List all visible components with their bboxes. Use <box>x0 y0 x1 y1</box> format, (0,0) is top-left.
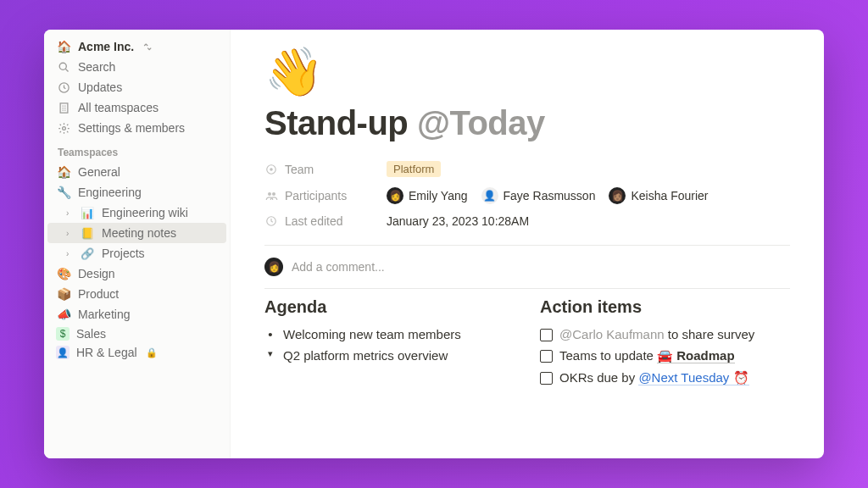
checkbox[interactable] <box>540 329 553 341</box>
teamspace-label: Marketing <box>78 308 130 321</box>
package-icon: 📦 <box>56 286 71 302</box>
nav-search[interactable]: Search <box>47 57 226 77</box>
title-text: Stand-up <box>264 104 417 141</box>
agenda-item-toggle[interactable]: ▾ Q2 platform metrics overview <box>264 345 515 366</box>
chart-icon: 📊 <box>80 205 95 220</box>
property-last-edited[interactable]: Last edited January 23, 2023 10:28AM <box>264 209 790 233</box>
teamspace-design[interactable]: 🎨 Design <box>47 263 226 284</box>
add-comment[interactable]: 👩 Add a comment... <box>264 254 790 288</box>
teamspace-label: Design <box>78 267 115 280</box>
participant[interactable]: 👤 Faye Rasmusson <box>481 187 596 204</box>
property-label: Participants <box>285 189 347 202</box>
property-participants[interactable]: Participants 👩 Emily Yang 👤 Faye Rasmuss… <box>264 182 790 209</box>
todo-text: to share survey <box>665 327 755 341</box>
person-mention[interactable]: @Carlo Kaufmann <box>559 327 665 341</box>
property-team[interactable]: Team Platform <box>264 156 790 182</box>
svg-point-0 <box>59 63 66 69</box>
team-tag[interactable]: Platform <box>387 161 441 177</box>
todo-item[interactable]: OKRs due by @Next Tuesday ⏰ <box>540 367 790 389</box>
property-label: Last edited <box>285 214 343 228</box>
nav-updates[interactable]: Updates <box>47 77 226 97</box>
sidebar-item-engineering-wiki[interactable]: › 📊 Engineering wiki <box>47 202 226 223</box>
svg-point-4 <box>62 126 65 130</box>
checkbox[interactable] <box>540 372 553 385</box>
chevron-right-icon: › <box>66 249 75 258</box>
teamspace-marketing[interactable]: 📣 Marketing <box>47 304 226 324</box>
page-title[interactable]: Stand-up @Today <box>264 104 790 142</box>
notebook-icon: 📒 <box>80 225 95 241</box>
clock-icon <box>56 80 71 95</box>
nav-label: Search <box>78 60 115 74</box>
participant[interactable]: 👩🏽 Keisha Fourier <box>609 187 708 204</box>
date-mention[interactable]: @Next Tuesday ⏰ <box>638 370 748 385</box>
action-items-heading[interactable]: Action items <box>540 297 790 317</box>
property-label: Team <box>285 163 314 176</box>
chevron-right-icon: › <box>66 208 75 218</box>
participant-name: Emily Yang <box>409 189 468 202</box>
todo-text: OKRs due by <box>559 370 638 385</box>
sidebar-item-label: Meeting notes <box>102 226 176 240</box>
teamspace-sales[interactable]: $ Sales <box>47 324 226 343</box>
action-items-column: Action items @Carlo Kaufmann to share su… <box>540 297 790 389</box>
avatar: 👤 <box>481 187 498 204</box>
todo-text: Teams to update <box>559 348 657 363</box>
workspace-name: Acme Inc. <box>78 40 134 53</box>
dollar-icon: $ <box>56 327 70 341</box>
sidebar-item-label: Engineering wiki <box>102 206 188 219</box>
nav-settings[interactable]: Settings & members <box>47 118 226 138</box>
workspace-switcher[interactable]: 🏠 Acme Inc. ⌃⌄ <box>47 36 226 57</box>
svg-rect-3 <box>60 103 68 112</box>
link-text: Roadmap <box>673 348 735 363</box>
sidebar-item-label: Projects <box>102 247 145 260</box>
agenda-item[interactable]: • Welcoming new team members <box>264 324 515 345</box>
svg-point-6 <box>270 168 272 169</box>
link-icon: 🔗 <box>80 246 95 261</box>
teamspace-general[interactable]: 🏠 General <box>47 162 226 182</box>
agenda-heading[interactable]: Agenda <box>264 297 515 317</box>
app-window: 🏠 Acme Inc. ⌃⌄ Search Updates <box>44 30 824 458</box>
checkbox[interactable] <box>540 350 553 363</box>
participant[interactable]: 👩 Emily Yang <box>387 187 468 204</box>
todo-item[interactable]: Teams to update 🚘 Roadmap <box>540 345 790 367</box>
nav-all-teamspaces[interactable]: All teamspaces <box>47 97 226 118</box>
sidebar-item-meeting-notes[interactable]: › 📒 Meeting notes <box>47 223 226 243</box>
participant-name: Faye Rasmusson <box>504 189 596 202</box>
avatar: 👩🏽 <box>609 187 626 204</box>
chevron-right-icon: › <box>66 229 75 238</box>
svg-point-8 <box>272 192 275 196</box>
last-edited-value: January 23, 2023 10:28AM <box>387 214 529 228</box>
megaphone-icon: 📣 <box>56 307 71 322</box>
todo-item[interactable]: @Carlo Kaufmann to share survey <box>540 324 790 345</box>
teamspace-label: General <box>78 165 120 179</box>
teamspace-label: Product <box>78 287 119 301</box>
svg-point-7 <box>268 192 271 196</box>
search-icon <box>56 59 71 75</box>
title-date-mention[interactable]: @Today <box>417 104 545 141</box>
teamspace-label: HR & Legal <box>76 346 137 359</box>
content-columns: Agenda • Welcoming new team members ▾ Q2… <box>264 297 790 389</box>
house-icon: 🏠 <box>56 164 71 180</box>
page-properties: Team Platform Participants 👩 Emil <box>264 156 790 233</box>
page-icon[interactable]: 👋 <box>264 48 790 96</box>
gear-icon <box>56 120 71 136</box>
palette-icon: 🎨 <box>56 266 71 281</box>
agenda-text: Q2 platform metrics overview <box>283 348 448 363</box>
sidebar-item-projects[interactable]: › 🔗 Projects <box>47 243 226 263</box>
person-icon: 👤 <box>56 346 70 359</box>
lock-icon: 🔒 <box>146 347 158 358</box>
toggle-icon[interactable]: ▾ <box>264 348 276 359</box>
page-link[interactable]: 🚘 Roadmap <box>657 348 735 363</box>
teamspace-label: Engineering <box>78 186 142 199</box>
chevron-updown-icon: ⌃⌄ <box>142 42 149 52</box>
reminder-icon: ⏰ <box>733 370 749 385</box>
avatar: 👩 <box>264 258 283 276</box>
nav-label: Updates <box>78 80 122 94</box>
teamspace-product[interactable]: 📦 Product <box>47 284 226 304</box>
bullet-icon: • <box>264 327 276 341</box>
people-icon <box>264 189 278 202</box>
teamspace-engineering[interactable]: 🔧 Engineering <box>47 182 226 202</box>
avatar: 👩 <box>387 187 403 204</box>
home-icon: 🏠 <box>56 39 71 54</box>
teamspace-hr-legal[interactable]: 👤 HR & Legal 🔒 <box>47 343 226 362</box>
agenda-column: Agenda • Welcoming new team members ▾ Q2… <box>264 297 515 389</box>
